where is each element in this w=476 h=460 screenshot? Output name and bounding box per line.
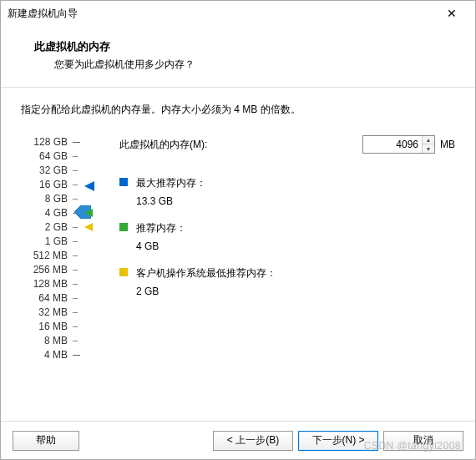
scale-label: 8 GB (21, 192, 68, 206)
scale-label: 4 GB (21, 206, 68, 220)
memory-input[interactable] (363, 136, 422, 153)
scale-label: 64 MB (21, 291, 68, 306)
scale-label: 32 MB (21, 306, 68, 320)
memory-slider-track[interactable] (73, 135, 81, 362)
scale-label: 16 MB (21, 320, 68, 334)
memory-spinner[interactable]: ▲ ▼ (362, 135, 435, 154)
scale-label: 32 GB (21, 164, 68, 178)
square-yellow-icon (119, 268, 128, 276)
spinner-buttons: ▲ ▼ (422, 136, 434, 153)
scale-label: 4 MB (21, 348, 68, 362)
header: 此虚拟机的内存 您要为此虚拟机使用多少内存？ (1, 26, 475, 87)
help-button[interactable]: 帮助 (13, 431, 79, 451)
marker-column (81, 135, 106, 362)
window-title: 新建虚拟机向导 (8, 7, 435, 21)
scale-label: 64 GB (21, 149, 68, 164)
legend-rec-label: 推荐内存： (136, 220, 186, 235)
memory-label: 此虚拟机的内存(M): (119, 138, 362, 152)
spinner-up-button[interactable]: ▲ (423, 136, 434, 144)
legend-rec-value: 4 GB (136, 240, 455, 252)
scale-label: 8 MB (21, 334, 68, 348)
page-subtitle: 您要为此虚拟机使用多少内存？ (34, 58, 455, 72)
legend-min-value: 2 GB (136, 286, 455, 297)
close-button[interactable]: ✕ (435, 2, 468, 25)
memory-scale-labels: 128 GB 64 GB 32 GB 16 GB 8 GB 4 GB 2 GB … (21, 135, 73, 362)
scale-label: 256 MB (21, 263, 68, 277)
instruction-text: 指定分配给此虚拟机的内存量。内存大小必须为 4 MB 的倍数。 (21, 103, 455, 117)
cancel-button[interactable]: 取消 (383, 431, 463, 451)
scale-label: 128 MB (21, 277, 68, 291)
memory-input-row: 此虚拟机的内存(M): ▲ ▼ MB (119, 135, 455, 154)
wizard-window: 新建虚拟机向导 ✕ 此虚拟机的内存 您要为此虚拟机使用多少内存？ 指定分配给此虚… (0, 0, 476, 460)
back-button[interactable]: < 上一步(B) (213, 431, 293, 451)
close-icon: ✕ (447, 7, 457, 20)
spinner-down-button[interactable]: ▼ (423, 144, 434, 153)
legend-max-label: 最大推荐内存： (136, 175, 206, 190)
min-memory-marker-icon (84, 223, 93, 231)
scale-label: 1 GB (21, 235, 68, 249)
scale-label: 128 GB (21, 135, 68, 149)
content: 指定分配给此虚拟机的内存量。内存大小必须为 4 MB 的倍数。 128 GB 6… (1, 88, 475, 421)
info-column: 此虚拟机的内存(M): ▲ ▼ MB 最大推荐内存： 13.3 GB (106, 135, 455, 362)
footer: 帮助 < 上一步(B) 下一步(N) > 取消 CSDN @tangyi2008 (1, 421, 475, 459)
scale-label: 512 MB (21, 249, 68, 263)
legend-max-value: 13.3 GB (136, 195, 455, 207)
square-blue-icon (119, 178, 128, 186)
legend-max: 最大推荐内存： (119, 175, 455, 190)
square-green-icon (119, 223, 128, 231)
legend-rec: 推荐内存： (119, 220, 455, 235)
scale-label: 16 GB (21, 178, 68, 192)
next-button[interactable]: 下一步(N) > (298, 431, 378, 451)
titlebar: 新建虚拟机向导 ✕ (1, 1, 475, 26)
legend-min-label: 客户机操作系统最低推荐内存： (136, 265, 276, 281)
max-memory-marker-icon (84, 181, 94, 191)
body-row: 128 GB 64 GB 32 GB 16 GB 8 GB 4 GB 2 GB … (21, 135, 455, 362)
scale-label: 2 GB (21, 220, 68, 235)
memory-unit: MB (440, 139, 455, 150)
legend-min: 客户机操作系统最低推荐内存： (119, 265, 455, 281)
page-title: 此虚拟机的内存 (34, 39, 455, 54)
recommended-memory-marker-icon (84, 209, 93, 217)
